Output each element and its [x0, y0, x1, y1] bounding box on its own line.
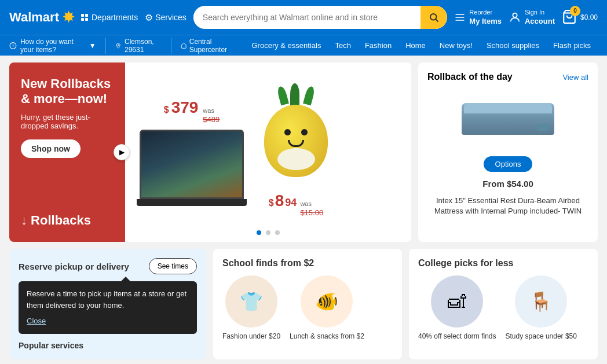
hero-subtext: Hurry, get these just-dropped savings.	[21, 113, 114, 130]
squish-price-dollar: $	[269, 198, 274, 208]
school-finds-card: School finds from $2 👕 Fashion under $20…	[213, 249, 402, 359]
location-label: Clemson, 29631	[125, 38, 162, 54]
spark-icon: ✸	[63, 9, 74, 25]
college-item-study[interactable]: 🪑 Study space under $50	[506, 275, 577, 340]
squish-was-label: was	[300, 200, 323, 208]
college-item-dorm[interactable]: 🛋 40% off select dorm finds	[418, 275, 496, 340]
rollback-header: Rollback of the day View all	[427, 72, 588, 82]
svg-point-2	[513, 13, 517, 17]
nav-toys[interactable]: New toys!	[433, 41, 480, 50]
nav-grocery[interactable]: Grocery & essentials	[245, 41, 328, 50]
departments-label: Departments	[92, 13, 138, 22]
chevron-down-icon: ▼	[89, 42, 96, 50]
store-label: Central Supercenter	[189, 38, 236, 54]
snacks-image: 🐠	[301, 275, 353, 328]
view-all-link[interactable]: View all	[562, 73, 588, 82]
search-button[interactable]	[420, 6, 447, 29]
study-image: 🪑	[515, 275, 567, 328]
carousel-dot-2[interactable]	[266, 230, 270, 235]
product-name: Intex 15" Essential Rest Dura-Beam Airbe…	[427, 196, 588, 216]
college-picks-card: College picks for less 🛋 40% off select …	[409, 249, 598, 359]
services-menu[interactable]: ⚙ Services	[145, 12, 187, 23]
hero-banner: New Rollbacks & more—now! Hurry, get the…	[9, 62, 125, 242]
nav-links: Grocery & essentials Tech Fashion Home N…	[245, 41, 598, 50]
store-name[interactable]: Central Supercenter	[171, 38, 244, 54]
signin-label: Sign In	[525, 8, 555, 16]
laptop-product: $ 379 was $489	[137, 98, 247, 205]
cart-badge: 0	[570, 6, 580, 16]
popular-services-label: Popular services	[19, 341, 197, 350]
rollback-product: Options From $54.00 Intex 15" Essential …	[427, 91, 588, 216]
laptop-image	[140, 130, 244, 199]
dorm-image: 🛋	[431, 275, 483, 328]
reorder-label: Reorder	[469, 8, 502, 16]
services-label: Services	[155, 13, 187, 22]
laptop-price-main: 379	[171, 98, 199, 117]
carousel-dot-1[interactable]	[257, 230, 261, 235]
pickup-card: Reserve pickup or delivery See times Res…	[9, 249, 206, 359]
logo-text: Walmart	[9, 10, 59, 25]
walmart-logo[interactable]: Walmart ✸	[9, 9, 74, 25]
school-item-snacks[interactable]: 🐠 Lunch & snacks from $2	[290, 275, 364, 340]
svg-line-1	[436, 19, 438, 21]
pickup-title: Reserve pickup or delivery	[19, 262, 129, 271]
main-content: New Rollbacks & more—now! Hurry, get the…	[0, 56, 607, 249]
reorder-section[interactable]: Reorder My Items	[454, 8, 502, 26]
laptop-was-label: was	[203, 106, 220, 115]
delivery-label: How do you want your items?	[20, 38, 86, 54]
carousel-controls	[257, 230, 280, 235]
my-items-label: My Items	[469, 17, 502, 27]
nav-flash[interactable]: Flash picks	[546, 41, 598, 50]
rollbacks-label: ↓ Rollbacks	[21, 213, 114, 228]
header: Walmart ✸ Departments ⚙ Services Reorder	[0, 0, 607, 35]
departments-menu[interactable]: Departments	[81, 13, 138, 22]
options-button[interactable]: Options	[484, 156, 533, 172]
cart-section[interactable]: 0 $0.00	[562, 9, 598, 26]
college-picks-title: College picks for less	[418, 258, 588, 269]
account-label: Account	[525, 17, 555, 27]
search-bar	[193, 6, 448, 29]
nav-tech[interactable]: Tech	[328, 41, 357, 50]
carousel-dot-3[interactable]	[275, 230, 280, 235]
tooltip-box: Reserve a time to pick up items at a sto…	[19, 281, 197, 334]
school-finds-title: School finds from $2	[222, 258, 393, 269]
svg-point-5	[118, 44, 119, 45]
laptop-price-dollar: $	[164, 105, 169, 115]
search-input[interactable]	[193, 13, 421, 22]
snacks-label: Lunch & snacks from $2	[290, 332, 364, 340]
account-section[interactable]: Sign In Account	[509, 8, 555, 26]
squishmallow-image	[258, 86, 334, 185]
svg-point-0	[430, 14, 437, 20]
fashion-image: 👕	[225, 275, 277, 328]
see-times-button[interactable]: See times	[149, 258, 197, 274]
squish-was-price: $15.00	[300, 208, 323, 218]
rollback-title: Rollback of the day	[427, 72, 513, 82]
shop-now-button[interactable]: Shop now	[21, 139, 81, 158]
dorm-label: 40% off select dorm finds	[418, 332, 496, 340]
nav-school[interactable]: School supplies	[480, 41, 546, 50]
airbed-image	[462, 91, 554, 149]
hero-section: New Rollbacks & more—now! Hurry, get the…	[9, 62, 411, 242]
squish-price-cents: 94	[285, 197, 297, 209]
delivery-pickup[interactable]: How do you want your items? ▼	[9, 38, 105, 54]
fashion-label: Fashion under $20	[222, 332, 280, 340]
study-label: Study space under $50	[506, 332, 577, 340]
hero-heading: New Rollbacks & more—now!	[21, 76, 114, 107]
from-price: From $54.00	[482, 179, 533, 189]
location-info[interactable]: Clemson, 29631	[105, 38, 171, 54]
tooltip-close[interactable]: Close	[27, 315, 189, 327]
nav-fashion[interactable]: Fashion	[358, 41, 398, 50]
college-items: 🛋 40% off select dorm finds 🪑 Study spac…	[418, 275, 588, 340]
hero-products: ▶ $ 379 was $489	[125, 62, 411, 242]
laptop-was-price: $489	[203, 115, 220, 125]
bottom-section: Reserve pickup or delivery See times Res…	[0, 249, 607, 364]
cart-price: $0.00	[580, 13, 598, 21]
tooltip-text: Reserve a time to pick up items at a sto…	[27, 289, 187, 310]
rollback-section: Rollback of the day View all Options Fro…	[418, 62, 598, 242]
nav-home[interactable]: Home	[398, 41, 433, 50]
squishmallow-product: $ 8 94 was $15.00	[258, 86, 334, 218]
carousel-next-button[interactable]: ▶	[114, 144, 130, 160]
school-item-fashion[interactable]: 👕 Fashion under $20	[222, 275, 280, 340]
school-items: 👕 Fashion under $20 🐠 Lunch & snacks fro…	[222, 275, 393, 340]
squish-price-main: 8	[275, 192, 284, 210]
